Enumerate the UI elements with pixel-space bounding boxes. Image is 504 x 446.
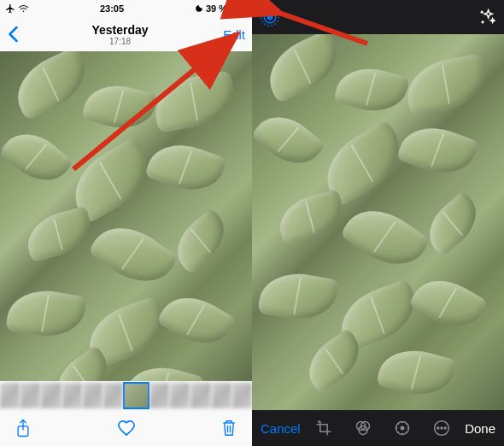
magic-enhance-icon[interactable] <box>478 9 495 26</box>
svg-point-3 <box>267 15 273 21</box>
cancel-button[interactable]: Cancel <box>261 421 301 436</box>
svg-point-0 <box>23 10 25 12</box>
nav-title-day: Yesterday <box>26 23 214 37</box>
battery-icon <box>230 5 247 13</box>
done-button[interactable]: Done <box>465 421 495 436</box>
thumbnail-selected[interactable] <box>124 383 149 408</box>
airplane-mode-icon <box>5 3 15 14</box>
nav-title: Yesterday 17:18 <box>26 23 214 46</box>
favorite-heart-icon[interactable] <box>117 420 136 437</box>
wifi-icon <box>18 4 29 13</box>
photo-edit-canvas[interactable] <box>252 34 504 410</box>
adjust-light-icon[interactable] <box>394 420 411 437</box>
edit-top-bar <box>252 0 504 34</box>
bottom-toolbar <box>0 410 252 446</box>
svg-point-10 <box>400 426 404 431</box>
nav-bar: Yesterday 17:18 Edit <box>0 17 252 51</box>
svg-point-14 <box>444 427 446 429</box>
svg-point-13 <box>441 427 442 429</box>
photo-display[interactable] <box>0 51 252 381</box>
back-button[interactable] <box>0 26 26 43</box>
filters-icon[interactable] <box>355 420 372 437</box>
nav-title-time: 17:18 <box>26 37 214 46</box>
share-icon[interactable] <box>15 419 31 437</box>
moon-dnd-icon <box>195 4 203 13</box>
more-options-icon[interactable] <box>433 420 450 437</box>
status-bar: 23:05 39 % <box>0 0 252 17</box>
status-clock: 23:05 <box>100 3 124 14</box>
photos-view-screen: 23:05 39 % Yesterday 17:18 Edit <box>0 0 252 446</box>
crop-rotate-icon[interactable] <box>315 420 332 437</box>
battery-percent: 39 % <box>206 3 227 14</box>
svg-point-12 <box>437 427 439 429</box>
photo-edit-screen: Cancel Done <box>252 0 504 446</box>
live-photo-icon[interactable] <box>261 8 279 26</box>
edit-toolbar: Cancel Done <box>252 410 504 446</box>
trash-icon[interactable] <box>221 419 237 437</box>
edit-button[interactable]: Edit <box>214 27 252 42</box>
thumbnail-strip[interactable] <box>0 381 252 410</box>
